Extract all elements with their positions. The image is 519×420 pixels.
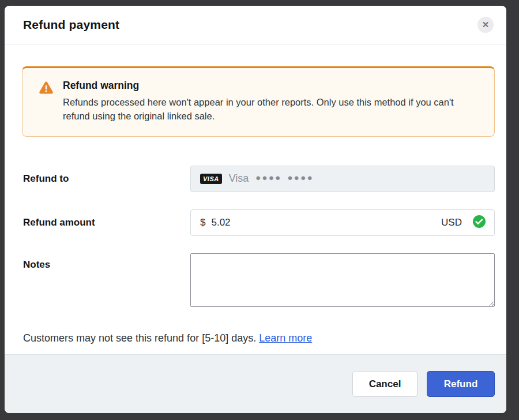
valid-check-icon: [472, 215, 486, 231]
notes-label: Notes: [22, 253, 190, 271]
warning-text: Refunds processed here won't appear in y…: [63, 96, 480, 123]
refund-delay-note: Customers may not see this refund for [5…: [22, 332, 495, 344]
learn-more-link[interactable]: Learn more: [259, 332, 312, 344]
warning-title: Refund warning: [63, 80, 480, 92]
modal-footer: Cancel Refund: [5, 354, 506, 413]
refund-to-row: Refund to VISA Visa •••• ••••: [22, 166, 495, 192]
visa-card-icon: VISA: [200, 174, 222, 184]
refund-to-field: VISA Visa •••• ••••: [190, 166, 495, 192]
refund-button[interactable]: Refund: [427, 371, 495, 397]
notes-textarea[interactable]: [190, 253, 495, 307]
refund-amount-input[interactable]: [211, 217, 435, 228]
warning-triangle-icon: [39, 80, 54, 123]
modal-header: Refund payment ✕: [5, 6, 506, 44]
warning-banner: Refund warning Refunds processed here wo…: [22, 66, 495, 137]
refund-payment-modal: Refund payment ✕ Refund warning Refunds …: [5, 6, 506, 413]
cancel-button[interactable]: Cancel: [352, 371, 418, 397]
refund-amount-label: Refund amount: [22, 217, 190, 228]
modal-body: Refund warning Refunds processed here wo…: [5, 44, 506, 354]
card-brand-name: Visa: [229, 172, 249, 185]
close-icon[interactable]: ✕: [477, 17, 494, 33]
refund-to-label: Refund to: [22, 173, 190, 185]
refund-amount-field: $ USD: [190, 209, 495, 236]
refund-delay-text: Customers may not see this refund for [5…: [23, 332, 259, 344]
currency-code: USD: [441, 217, 462, 228]
currency-symbol: $: [200, 217, 205, 228]
warning-content: Refund warning Refunds processed here wo…: [63, 80, 480, 123]
modal-title: Refund payment: [23, 18, 119, 32]
notes-row: Notes: [22, 253, 495, 307]
refund-amount-row: Refund amount $ USD: [22, 209, 495, 236]
